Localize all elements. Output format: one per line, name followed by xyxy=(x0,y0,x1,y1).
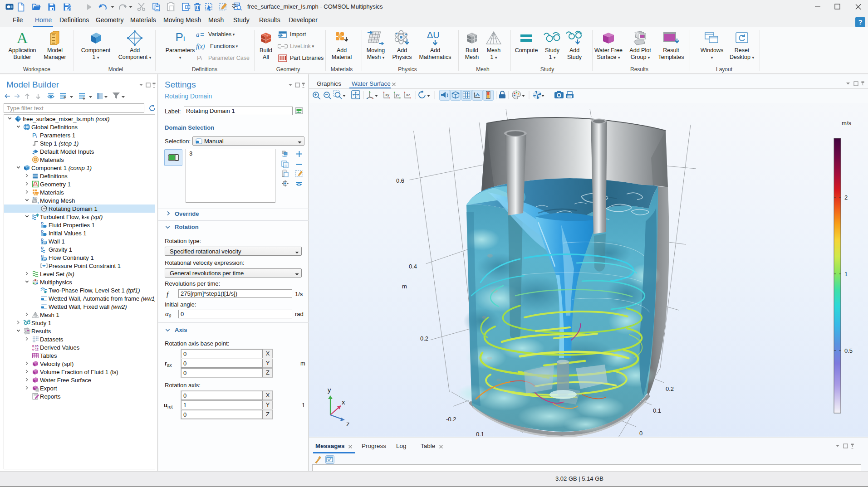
svg-text:0.4: 0.4 xyxy=(409,263,417,270)
svg-text:y: y xyxy=(328,386,331,394)
svg-text:2: 2 xyxy=(844,194,848,201)
svg-text:0.2: 0.2 xyxy=(666,385,674,392)
svg-text:x: x xyxy=(342,398,345,406)
svg-text:0.1: 0.1 xyxy=(476,431,484,437)
svg-text:a: a xyxy=(196,31,200,38)
svg-text:xy: xy xyxy=(385,93,390,97)
svg-text:z: z xyxy=(346,420,350,428)
svg-text:0.6: 0.6 xyxy=(396,177,404,184)
svg-text:0.2: 0.2 xyxy=(420,335,428,342)
svg-text:0: 0 xyxy=(639,430,642,437)
svg-text:0.5: 0.5 xyxy=(844,347,853,354)
svg-text:Pi: Pi xyxy=(197,54,202,62)
svg-text:yz: yz xyxy=(396,93,400,97)
svg-text:f(x): f(x) xyxy=(196,43,205,50)
svg-text:m: m xyxy=(402,283,407,290)
svg-text:1: 1 xyxy=(844,271,848,278)
svg-text:0.1: 0.1 xyxy=(653,407,661,414)
svg-text:ΔU: ΔU xyxy=(427,30,440,40)
svg-text:m/s: m/s xyxy=(842,120,851,127)
svg-text:-0.2: -0.2 xyxy=(446,416,456,423)
svg-text:xz: xz xyxy=(406,93,411,97)
